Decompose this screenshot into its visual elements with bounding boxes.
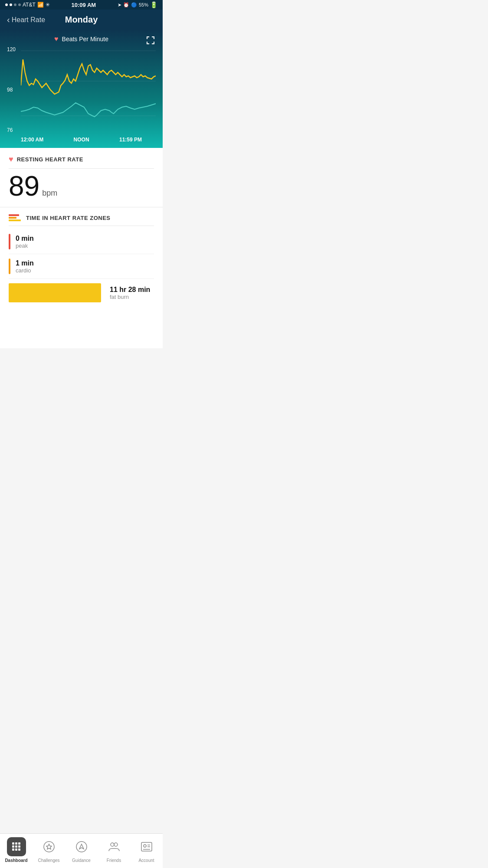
chart-x-axis: 12:00 AM NOON 11:59 PM: [7, 133, 156, 148]
peak-zone-indicator: [9, 234, 10, 249]
cardio-zone-label: cardio: [16, 267, 154, 274]
heart-legend-icon: ♥: [54, 35, 59, 43]
zone-item-peak: 0 min peak: [9, 229, 154, 254]
back-label[interactable]: Heart Rate: [12, 16, 45, 24]
chart-legend-label: Beats Per Minute: [62, 36, 108, 43]
signal-dot-4: [18, 3, 21, 6]
x-label-noon: NOON: [74, 137, 89, 143]
y-label-76: 76: [7, 127, 16, 133]
status-time: 10:09 AM: [72, 2, 96, 8]
y-label-98: 98: [7, 87, 16, 93]
chart-svg-container: [21, 46, 156, 133]
alarm-icon: ⏰: [123, 2, 129, 8]
hr-zones-header: TIME IN HEART RATE ZONES: [9, 214, 154, 226]
y-label-120: 120: [7, 46, 16, 52]
resting-hr-value-row: 89 bpm: [9, 172, 154, 200]
content-area: ♥ RESTING HEART RATE 89 bpm TIME IN HEAR…: [0, 148, 163, 348]
battery-icon: 🔋: [150, 1, 157, 8]
signal-dot-2: [10, 3, 12, 6]
zone-item-cardio: 1 min cardio: [9, 254, 154, 279]
heart-rate-chart: 120 98 76: [7, 46, 156, 133]
resting-hr-number: 89: [9, 172, 39, 200]
hr-zones-title: TIME IN HEART RATE ZONES: [26, 215, 110, 221]
fat-burn-value: 11 hr 28 min: [110, 286, 154, 294]
fat-burn-text: 11 hr 28 min fat burn: [106, 286, 154, 300]
expand-button[interactable]: [145, 35, 156, 48]
peak-zone-value: 0 min: [16, 235, 154, 242]
bluetooth-icon: 🔵: [131, 2, 137, 8]
back-button[interactable]: ‹ Heart Rate: [7, 15, 45, 25]
x-label-start: 12:00 AM: [21, 137, 43, 143]
chart-legend: ♥ Beats Per Minute: [7, 35, 156, 43]
resting-hr-title: RESTING HEART RATE: [17, 156, 83, 163]
status-left: AT&T 📶 ✳: [5, 2, 50, 8]
battery-label: 55%: [139, 2, 148, 7]
fat-burn-label: fat burn: [110, 294, 154, 300]
zones-icon: [9, 214, 21, 221]
location-icon: ➤: [118, 2, 121, 8]
resting-hr-unit: bpm: [42, 189, 57, 198]
resting-heart-icon: ♥: [9, 155, 13, 164]
zone-item-fat-burn: 11 hr 28 min fat burn: [9, 279, 154, 307]
activity-icon: ✳: [46, 2, 50, 8]
signal-dot-1: [5, 3, 8, 6]
chevron-left-icon: ‹: [7, 15, 10, 25]
chart-y-axis: 120 98 76: [7, 46, 16, 133]
fat-burn-bar: [9, 283, 101, 302]
resting-hr-header: ♥ RESTING HEART RATE: [9, 155, 154, 169]
resting-heart-rate-section: ♥ RESTING HEART RATE 89 bpm: [0, 148, 163, 207]
peak-zone-label: peak: [16, 242, 154, 249]
cardio-zone-value: 1 min: [16, 259, 154, 267]
page-header: ‹ Heart Rate Monday: [0, 10, 163, 30]
cardio-zone-text: 1 min cardio: [16, 259, 154, 274]
page-title: Monday: [65, 15, 98, 25]
cardio-zone-indicator: [9, 259, 10, 274]
status-right: ➤ ⏰ 🔵 55% 🔋: [118, 1, 157, 8]
hr-zones-section: TIME IN HEART RATE ZONES 0 min peak 1 mi…: [0, 207, 163, 314]
x-label-end: 11:59 PM: [119, 137, 142, 143]
heart-rate-chart-section: ♥ Beats Per Minute 120 98 76: [0, 30, 163, 148]
wifi-icon: 📶: [37, 2, 44, 8]
peak-zone-text: 0 min peak: [16, 235, 154, 249]
signal-dot-3: [14, 3, 16, 6]
carrier-label: AT&T: [23, 2, 36, 8]
status-bar: AT&T 📶 ✳ 10:09 AM ➤ ⏰ 🔵 55% 🔋: [0, 0, 163, 10]
